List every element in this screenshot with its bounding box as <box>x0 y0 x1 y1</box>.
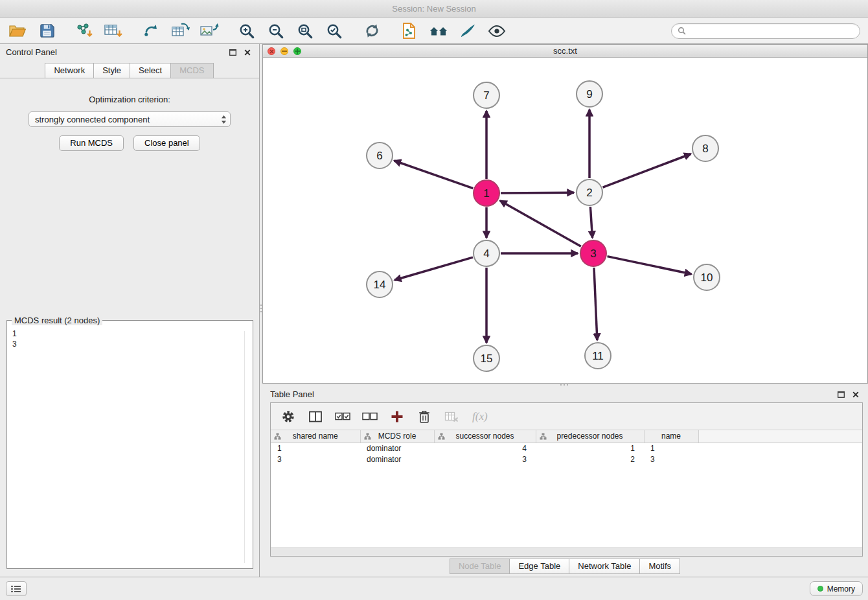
new-network-icon[interactable] <box>141 21 161 41</box>
close-table-panel-icon[interactable] <box>850 389 862 400</box>
graph-edge-3-10[interactable] <box>608 257 692 274</box>
result-scrollbar[interactable] <box>244 331 245 563</box>
cell-mcds-role[interactable]: dominator <box>360 454 434 465</box>
tab-edge-table[interactable]: Edge Table <box>509 559 569 574</box>
cell-shared-name[interactable]: 1 <box>271 443 360 454</box>
cell-shared-name[interactable]: 3 <box>271 454 360 465</box>
tab-network[interactable]: Network <box>45 63 94 78</box>
network-graph[interactable]: 7968124314101511 <box>263 58 867 383</box>
cell-predecessor-nodes[interactable]: 2 <box>536 454 644 465</box>
minimize-window-icon[interactable] <box>280 47 288 55</box>
view-group <box>400 21 507 41</box>
save-session-icon[interactable] <box>37 21 56 41</box>
add-column-icon[interactable] <box>389 409 405 424</box>
table-settings-gear-icon[interactable] <box>280 409 296 424</box>
export-image-icon[interactable] <box>200 21 219 41</box>
graph-edge-3-1[interactable] <box>500 201 581 246</box>
cell-predecessor-nodes[interactable]: 1 <box>536 443 644 454</box>
new-table-icon[interactable] <box>170 21 190 41</box>
main-toolbar <box>0 18 868 44</box>
search-box <box>671 23 860 39</box>
cell-name[interactable]: 1 <box>644 443 698 454</box>
optimization-criterion-label: Optimization criterion: <box>0 95 259 104</box>
tab-network-table[interactable]: Network Table <box>569 559 640 574</box>
show-hide-graphics-icon[interactable] <box>487 21 507 41</box>
cell-mcds-role[interactable]: dominator <box>360 443 434 454</box>
graph-edge-4-14[interactable] <box>394 257 473 280</box>
close-panel-icon[interactable] <box>242 47 253 58</box>
export-network-icon[interactable] <box>400 21 419 41</box>
column-header-name[interactable]: name <box>644 430 698 443</box>
column-header-predecessor-nodes[interactable]: predecessor nodes <box>536 430 644 443</box>
tab-select[interactable]: Select <box>130 63 171 78</box>
mcds-result-box[interactable]: MCDS result (2 nodes) 1 3 <box>6 320 253 569</box>
show-columns-icon[interactable] <box>308 409 323 424</box>
dropdown-arrows-icon <box>221 115 227 124</box>
zoom-fit-icon[interactable] <box>295 21 315 41</box>
node-table: shared name <box>271 430 862 465</box>
close-window-icon[interactable] <box>268 47 275 55</box>
column-sort-icon <box>438 433 445 440</box>
network-canvas: 7968124314101511 <box>263 58 867 383</box>
criterion-dropdown-value: strongly connected component <box>35 115 150 124</box>
memory-button[interactable]: Memory <box>810 581 863 596</box>
control-panel: Control Panel Network Style Select MCDS … <box>0 44 260 577</box>
function-builder-icon: f(x) <box>472 410 488 423</box>
apply-style-icon[interactable] <box>458 21 477 41</box>
control-panel-tabs: Network Style Select MCDS <box>0 63 259 78</box>
network-window-titlebar[interactable]: scc.txt <box>263 45 867 58</box>
network-view-window: scc.txt 7968124314101511 <box>262 44 868 384</box>
show-overview-icon[interactable] <box>429 21 448 41</box>
apply-layout-icon[interactable] <box>362 21 382 41</box>
zoom-out-icon[interactable] <box>266 21 286 41</box>
network-window-title: scc.txt <box>553 46 577 56</box>
graph-node-label: 11 <box>592 350 604 362</box>
open-session-icon[interactable] <box>8 21 27 41</box>
tab-motifs[interactable]: Motifs <box>639 559 680 574</box>
search-input[interactable] <box>689 26 854 36</box>
memory-label: Memory <box>827 584 855 594</box>
traffic-lights <box>268 47 301 55</box>
tab-mcds[interactable]: MCDS <box>170 63 213 78</box>
graph-node-label: 7 <box>483 89 489 102</box>
window-titlebar[interactable]: Session: New Session <box>0 0 868 17</box>
cell-successor-nodes[interactable]: 4 <box>434 443 536 454</box>
cell-name[interactable]: 3 <box>644 454 698 465</box>
import-network-icon[interactable] <box>74 21 94 41</box>
float-table-panel-icon[interactable] <box>835 389 847 400</box>
column-sort-icon <box>274 433 281 440</box>
zoom-selected-icon[interactable] <box>325 21 344 41</box>
table-horizontal-scrollbar[interactable] <box>271 548 862 556</box>
graph-node-label: 10 <box>701 271 713 284</box>
graph-edge-1-6[interactable] <box>394 161 474 189</box>
graph-edge-3-11[interactable] <box>594 268 597 340</box>
table-row[interactable]: 3 dominator 3 2 3 <box>271 454 862 465</box>
graph-edge-2-8[interactable] <box>603 154 691 188</box>
import-table-icon[interactable] <box>104 21 123 41</box>
column-header-mcds-role[interactable]: MCDS role <box>360 430 434 443</box>
select-all-icon[interactable] <box>335 409 350 424</box>
run-mcds-button[interactable]: Run MCDS <box>59 135 124 151</box>
status-menu-button[interactable] <box>6 581 27 596</box>
table-row[interactable]: 1 dominator 4 1 1 <box>271 443 862 454</box>
network-tools-group <box>141 21 219 41</box>
session-group <box>8 21 56 41</box>
node-table-area: shared name <box>271 430 862 548</box>
table-panel-body: f(x) <box>270 402 863 557</box>
graph-edge-2-3[interactable] <box>590 207 592 238</box>
mcds-result-line: 3 <box>12 339 253 349</box>
close-panel-button[interactable]: Close panel <box>133 135 200 151</box>
column-header-shared-name[interactable]: shared name <box>271 430 360 443</box>
table-toolbar: f(x) <box>271 403 862 430</box>
maximize-window-icon[interactable] <box>293 47 301 55</box>
criterion-dropdown[interactable]: strongly connected component <box>29 111 231 127</box>
tab-style[interactable]: Style <box>93 63 130 78</box>
tab-node-table[interactable]: Node Table <box>450 559 510 574</box>
zoom-in-icon[interactable] <box>237 21 257 41</box>
graph-edge-1-2[interactable] <box>501 192 574 193</box>
cell-successor-nodes[interactable]: 3 <box>434 454 536 465</box>
float-panel-icon[interactable] <box>227 47 238 58</box>
column-header-successor-nodes[interactable]: successor nodes <box>434 430 536 443</box>
deselect-all-icon[interactable] <box>362 409 378 424</box>
delete-column-icon[interactable] <box>417 409 432 424</box>
